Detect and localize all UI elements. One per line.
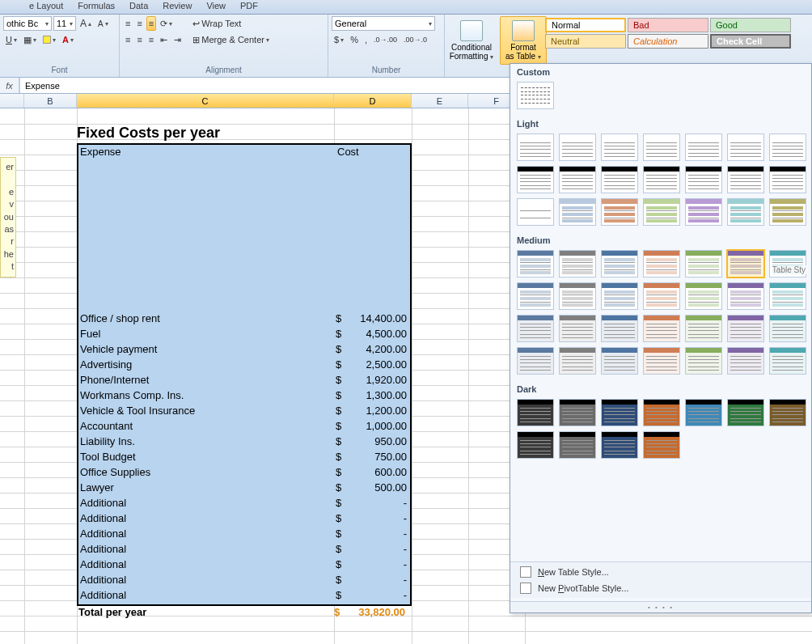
table-style-swatch[interactable] <box>517 250 554 278</box>
style-normal[interactable]: Normal <box>545 18 626 32</box>
style-calculation[interactable]: Calculation <box>628 34 708 49</box>
tab-layout[interactable]: e Layout <box>24 0 68 14</box>
table-style-swatch[interactable] <box>769 166 806 193</box>
table-style-swatch[interactable] <box>643 133 680 161</box>
increase-indent-button[interactable]: ⇥ <box>171 32 184 47</box>
col-header-e[interactable]: E <box>412 94 468 108</box>
align-left-button[interactable]: ≡ <box>123 32 133 47</box>
underline-button[interactable]: U▾ <box>3 32 19 47</box>
new-pivottable-style-button[interactable]: New PivotTable Style... <box>510 580 811 596</box>
table-style-swatch[interactable] <box>769 282 806 310</box>
table-style-swatch[interactable] <box>643 431 680 459</box>
accounting-format-button[interactable]: $ ▾ <box>332 32 346 47</box>
merge-center-button[interactable]: ⊞ Merge & Center ▾ <box>190 32 272 47</box>
tab-data[interactable]: Data <box>125 0 153 14</box>
table-style-swatch[interactable] <box>685 166 722 193</box>
resize-gripper[interactable]: • • • • <box>510 601 811 612</box>
table-style-swatch[interactable] <box>601 198 638 226</box>
style-check-cell[interactable]: Check Cell <box>710 34 791 49</box>
table-style-swatch[interactable] <box>685 399 722 426</box>
align-middle-button[interactable]: ≡ <box>134 16 144 31</box>
table-style-swatch[interactable] <box>559 166 596 193</box>
table-style-swatch[interactable] <box>559 399 596 426</box>
table-style-swatch[interactable] <box>685 315 722 342</box>
custom-style-swatch[interactable] <box>517 82 554 109</box>
grow-font-button[interactable]: A▴ <box>78 16 94 31</box>
font-size-select[interactable]: 11▾ <box>53 16 76 31</box>
table-style-swatch[interactable] <box>643 315 680 342</box>
percent-button[interactable]: % <box>348 32 361 47</box>
table-style-swatch[interactable] <box>727 166 764 193</box>
table-style-swatch[interactable] <box>643 166 680 193</box>
table-style-swatch[interactable] <box>517 133 554 161</box>
table-style-swatch[interactable] <box>769 347 806 375</box>
table-style-swatch[interactable] <box>643 282 680 310</box>
table-style-swatch[interactable] <box>559 315 596 342</box>
table-style-swatch[interactable] <box>601 399 638 426</box>
table-style-swatch[interactable] <box>769 133 806 161</box>
style-good[interactable]: Good <box>710 18 791 32</box>
comma-button[interactable]: , <box>362 32 370 47</box>
number-format-select[interactable]: General▾ <box>332 16 435 31</box>
font-name-select[interactable]: othic Bc▾ <box>3 16 52 31</box>
table-style-swatch[interactable] <box>727 198 764 226</box>
wrap-text-button[interactable]: ↩ Wrap Text <box>190 16 272 31</box>
table-style-swatch[interactable] <box>517 198 554 226</box>
conditional-formatting-button[interactable]: ConditionalFormatting ▾ <box>448 16 495 65</box>
table-style-swatch[interactable] <box>643 250 680 278</box>
table-style-swatch[interactable] <box>643 347 680 375</box>
col-header-b[interactable]: B <box>24 94 77 108</box>
table-style-swatch[interactable] <box>685 250 722 278</box>
col-header-a-frag[interactable] <box>0 94 24 108</box>
decrease-decimal-button[interactable]: .00→.0 <box>401 32 429 47</box>
align-center-button[interactable]: ≡ <box>134 32 144 47</box>
col-header-c[interactable]: C <box>77 94 334 108</box>
table-style-swatch[interactable] <box>769 198 806 226</box>
style-bad[interactable]: Bad <box>628 18 708 32</box>
table-style-swatch[interactable] <box>727 399 764 426</box>
table-style-swatch[interactable] <box>559 198 596 226</box>
shrink-font-button[interactable]: A▾ <box>95 16 111 31</box>
tab-pdf[interactable]: PDF <box>235 0 263 14</box>
tab-review[interactable]: Review <box>158 0 197 14</box>
table-style-swatch[interactable] <box>601 166 638 193</box>
tab-formulas[interactable]: Formulas <box>73 0 120 14</box>
table-style-swatch[interactable] <box>727 133 764 161</box>
table-style-swatch[interactable] <box>643 198 680 226</box>
orientation-button[interactable]: ⟳▾ <box>158 16 175 31</box>
table-style-swatch[interactable] <box>517 431 554 459</box>
table-style-swatch[interactable] <box>601 315 638 342</box>
col-header-d[interactable]: D <box>334 94 412 108</box>
table-style-swatch[interactable] <box>685 198 722 226</box>
table-style-swatch[interactable] <box>601 282 638 310</box>
table-style-swatch[interactable] <box>517 282 554 310</box>
table-style-swatch[interactable] <box>727 250 764 278</box>
table-style-swatch[interactable] <box>601 133 638 161</box>
align-bottom-button[interactable]: ≡ <box>146 16 156 31</box>
table-style-swatch[interactable] <box>517 399 554 426</box>
table-style-swatch[interactable] <box>559 347 596 375</box>
align-top-button[interactable]: ≡ <box>123 16 133 31</box>
increase-decimal-button[interactable]: .0→.00 <box>371 32 400 47</box>
tab-view[interactable]: View <box>201 0 230 14</box>
fx-icon[interactable]: fx <box>0 78 19 93</box>
table-style-swatch[interactable] <box>601 250 638 278</box>
table-style-swatch[interactable] <box>517 347 554 375</box>
table-style-swatch[interactable] <box>685 133 722 161</box>
table-style-swatch[interactable] <box>769 315 806 342</box>
table-style-swatch[interactable] <box>559 282 596 310</box>
table-style-swatch[interactable] <box>685 347 722 375</box>
table-style-swatch[interactable] <box>601 347 638 375</box>
font-color-button[interactable]: A▾ <box>60 32 76 47</box>
table-style-swatch[interactable] <box>559 431 596 459</box>
table-style-swatch[interactable] <box>517 166 554 193</box>
fill-color-button[interactable]: ▾ <box>40 32 58 47</box>
table-style-swatch[interactable] <box>685 282 722 310</box>
decrease-indent-button[interactable]: ⇤ <box>158 32 170 47</box>
table-style-swatch[interactable] <box>601 431 638 459</box>
border-button[interactable]: ▦▾ <box>21 32 39 47</box>
table-style-swatch[interactable] <box>517 315 554 342</box>
table-style-swatch[interactable] <box>727 315 764 342</box>
selected-range[interactable]: Expense Cost Office / shop rent$14,400.0… <box>77 143 412 606</box>
table-style-swatch[interactable] <box>559 250 596 278</box>
